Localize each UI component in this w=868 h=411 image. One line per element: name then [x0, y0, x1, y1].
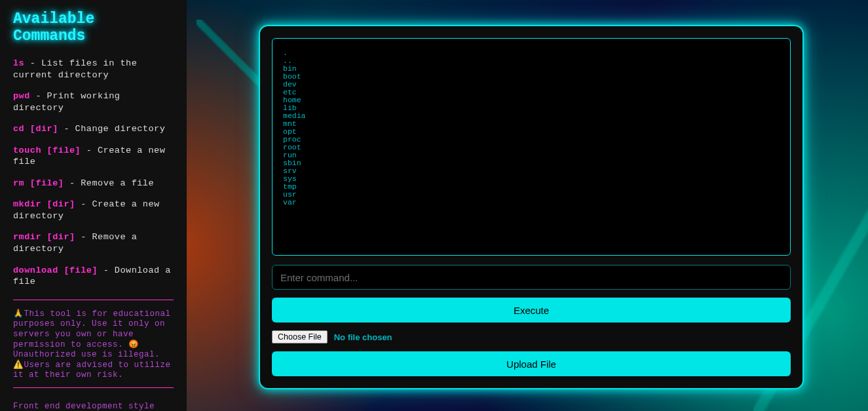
command-item: mkdir [dir] - Create a new directory [13, 199, 174, 222]
execute-button[interactable]: Execute [272, 298, 791, 323]
file-upload-row: Choose File No file chosen [272, 330, 791, 343]
terminal-output-text: . .. bin boot dev etc home lib media mnt… [283, 49, 780, 206]
command-item: ls - List files in the current directory [13, 58, 174, 81]
command-item: rm [file] - Remove a file [13, 178, 174, 189]
command-name: download [file] [13, 265, 98, 275]
main-area: . .. bin boot dev etc home lib media mnt… [187, 0, 868, 411]
command-name: mkdir [dir] [13, 199, 75, 209]
command-input[interactable] [272, 265, 791, 290]
command-item: touch [file] - Create a new file [13, 145, 174, 168]
command-item: cd [dir] - Change directory [13, 123, 174, 135]
command-name: pwd [13, 91, 30, 101]
file-status-text: No file chosen [334, 332, 392, 342]
command-name: cd [dir] [13, 124, 58, 134]
divider [13, 300, 174, 300]
choose-file-button[interactable]: Choose File [272, 330, 328, 343]
command-name: rmdir [dir] [13, 232, 75, 242]
command-item: rmdir [dir] - Remove a directory [13, 231, 174, 254]
command-desc: - Change directory [58, 124, 165, 134]
terminal-panel: . .. bin boot dev etc home lib media mnt… [259, 25, 804, 389]
command-name: touch [file] [13, 146, 81, 155]
command-name: rm [file] [13, 178, 64, 188]
command-desc: - List files in the current directory [13, 58, 137, 80]
command-desc: - Remove a file [64, 178, 154, 188]
command-name: ls [13, 58, 24, 68]
command-list: ls - List files in the current directory… [13, 58, 174, 288]
command-item: pwd - Print working directory [13, 90, 174, 113]
disclaimer-text: 🙏This tool is for educational purposes o… [13, 309, 174, 381]
sidebar-title: Available Commands [13, 10, 174, 45]
credit-text: Front end development style inspired by … [13, 401, 174, 411]
divider [13, 387, 174, 388]
sidebar: Available Commands ls - List files in th… [0, 0, 187, 411]
command-item: download [file] - Download a file [13, 265, 174, 288]
upload-file-button[interactable]: Upload File [272, 351, 791, 376]
terminal-output[interactable]: . .. bin boot dev etc home lib media mnt… [272, 38, 791, 256]
